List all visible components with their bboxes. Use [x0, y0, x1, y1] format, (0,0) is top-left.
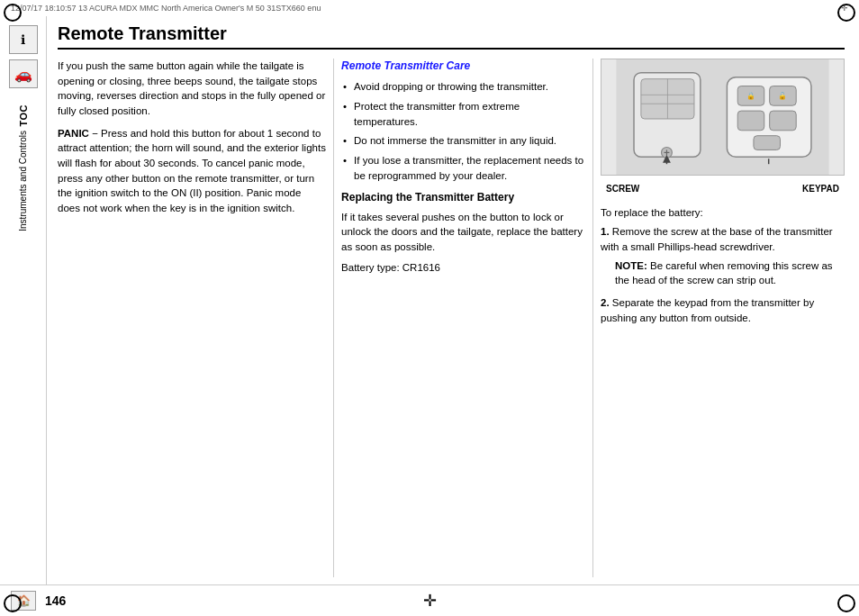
step1-text: Remove the screw at the base of the tran… [601, 226, 833, 252]
bottom-crosshair: ✛ [423, 591, 437, 611]
step-2: 2. Separate the keypad from the transmit… [601, 295, 845, 325]
svg-rect-13 [737, 111, 764, 131]
bottom-bar: 🏠 146 ✛ [0, 584, 859, 616]
info-icon: ℹ [9, 25, 38, 54]
left-column: If you push the same button again while … [58, 59, 334, 577]
svg-rect-15 [754, 136, 781, 150]
corner-mark-tr [837, 4, 855, 22]
page-container: 12/07/17 18:10:57 13 ACURA MDX MMC North… [0, 0, 859, 616]
main-content: ℹ 🚗 TOC Instruments and Controls Remote … [0, 16, 859, 584]
corner-mark-br [837, 594, 855, 612]
svg-text:🔓: 🔓 [778, 91, 787, 100]
battery-type: Battery type: CR1616 [341, 260, 585, 276]
left-para1: If you push the same button again while … [58, 59, 326, 119]
keypad-label: KEYPAD [802, 183, 839, 196]
page-number: 146 [45, 593, 66, 608]
screw-label: SCREW [606, 183, 639, 196]
panic-dash: − [89, 128, 98, 139]
transmitter-svg: 🔒 🔓 [601, 59, 844, 175]
replace-intro: To replace the battery: [601, 205, 845, 221]
corner-mark-bl [4, 594, 22, 612]
toc-label[interactable]: TOC [18, 104, 29, 127]
step2-number: 2. [601, 297, 612, 308]
bullet-1: Avoid dropping or throwing the transmitt… [341, 79, 585, 95]
right-column: 🔒 🔓 [601, 59, 845, 577]
step2-text: Separate the keypad from the transmitter… [601, 297, 814, 323]
replacing-title: Replacing the Transmitter Battery [341, 190, 585, 205]
care-bullets: Avoid dropping or throwing the transmitt… [341, 79, 585, 183]
instruments-label: Instruments and Controls [18, 131, 28, 231]
middle-column: Remote Transmitter Care Avoid dropping o… [341, 59, 593, 577]
panic-para: PANIC − Press and hold this button for a… [58, 126, 326, 216]
image-labels: SCREW KEYPAD [601, 181, 845, 198]
step1-note: NOTE: Be careful when removing this scre… [615, 258, 845, 288]
replacing-text: If it takes several pushes on the button… [341, 210, 585, 255]
svg-rect-14 [770, 111, 797, 131]
car-icon: 🚗 [9, 59, 38, 88]
columns: If you push the same button again while … [58, 59, 845, 577]
top-bar-text: 12/07/17 18:10:57 13 ACURA MDX MMC North… [11, 4, 321, 13]
bullet-2: Protect the transmitter from extreme tem… [341, 99, 585, 129]
sidebar: ℹ 🚗 TOC Instruments and Controls [0, 16, 47, 584]
bullet-3: Do not immerse the transmitter in any li… [341, 133, 585, 149]
care-title: Remote Transmitter Care [341, 59, 585, 74]
page-title: Remote Transmitter [58, 23, 227, 44]
panic-label: PANIC [58, 128, 89, 139]
transmitter-image: 🔒 🔓 [601, 59, 845, 176]
note1-label: NOTE: [615, 260, 647, 271]
page-body: Remote Transmitter If you push the same … [47, 16, 859, 584]
bullet-4: If you lose a transmitter, the replaceme… [341, 153, 585, 183]
svg-text:🔒: 🔒 [746, 91, 755, 100]
step1-number: 1. [601, 226, 612, 237]
top-bar: 12/07/17 18:10:57 13 ACURA MDX MMC North… [0, 0, 859, 16]
title-bar: Remote Transmitter [58, 23, 845, 50]
step-1: 1. Remove the screw at the base of the t… [601, 224, 845, 288]
note1-text: Be careful when removing this screw as t… [615, 260, 833, 286]
panic-text: Press and hold this button for about 1 s… [58, 128, 326, 213]
